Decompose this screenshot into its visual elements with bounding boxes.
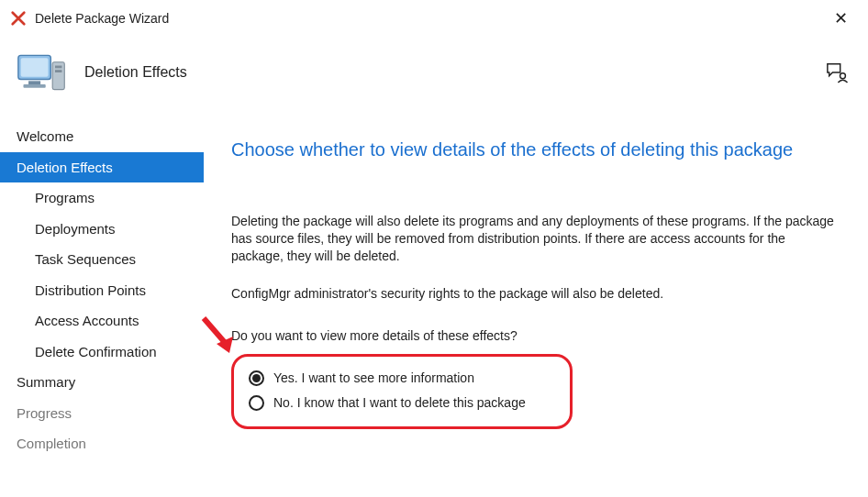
svg-rect-1 (21, 58, 49, 77)
radio-option-no[interactable]: No. I know that I want to delete this pa… (249, 391, 555, 415)
sidebar-item-delete-confirmation[interactable]: Delete Confirmation (0, 337, 204, 368)
monitor-icon (17, 49, 68, 96)
sidebar-item-progress[interactable]: Progress (0, 398, 204, 429)
radio-label: No. I know that I want to delete this pa… (273, 395, 526, 410)
feedback-icon[interactable] (824, 61, 850, 83)
radio-button-icon (249, 370, 264, 386)
svg-rect-5 (55, 66, 61, 69)
content-heading: Choose whether to view details of the ef… (231, 138, 844, 161)
titlebar: Delete Package Wizard ✕ (0, 0, 868, 37)
svg-rect-3 (23, 84, 45, 88)
sidebar-item-summary[interactable]: Summary (0, 367, 204, 398)
sidebar-item-distribution-points[interactable]: Distribution Points (0, 275, 204, 306)
sidebar-item-access-accounts[interactable]: Access Accounts (0, 305, 204, 337)
page-title: Deletion Effects (84, 64, 824, 81)
sidebar-item-deployments[interactable]: Deployments (0, 214, 204, 245)
wizard-sidebar: WelcomeDeletion EffectsProgramsDeploymen… (0, 116, 204, 497)
delete-x-icon (9, 9, 28, 28)
sidebar-item-deletion-effects[interactable]: Deletion Effects (0, 152, 204, 183)
svg-rect-2 (28, 81, 40, 84)
radio-button-icon (249, 395, 264, 411)
radio-label: Yes. I want to see more information (273, 370, 474, 385)
sidebar-item-task-sequences[interactable]: Task Sequences (0, 244, 204, 275)
window-title: Delete Package Wizard (35, 11, 827, 26)
radio-option-yes[interactable]: Yes. I want to see more information (249, 366, 555, 391)
close-icon[interactable]: ✕ (827, 5, 855, 32)
content-question: Do you want to view more details of thes… (231, 328, 844, 343)
sidebar-item-programs[interactable]: Programs (0, 182, 204, 214)
content-paragraph-2: ConfigMgr administrator's security right… (231, 285, 837, 303)
sidebar-item-welcome[interactable]: Welcome (0, 121, 204, 152)
annotation-arrow-icon (196, 313, 240, 357)
sidebar-item-completion[interactable]: Completion (0, 428, 204, 459)
wizard-content: Choose whether to view details of the ef… (204, 116, 868, 497)
svg-rect-6 (55, 70, 61, 72)
wizard-header: Deletion Effects (0, 37, 868, 116)
wizard-body: WelcomeDeletion EffectsProgramsDeploymen… (0, 116, 868, 497)
svg-point-7 (840, 73, 846, 79)
radio-group-highlight: Yes. I want to see more informationNo. I… (231, 354, 573, 429)
content-paragraph-1: Deleting the package will also delete it… (231, 213, 837, 265)
